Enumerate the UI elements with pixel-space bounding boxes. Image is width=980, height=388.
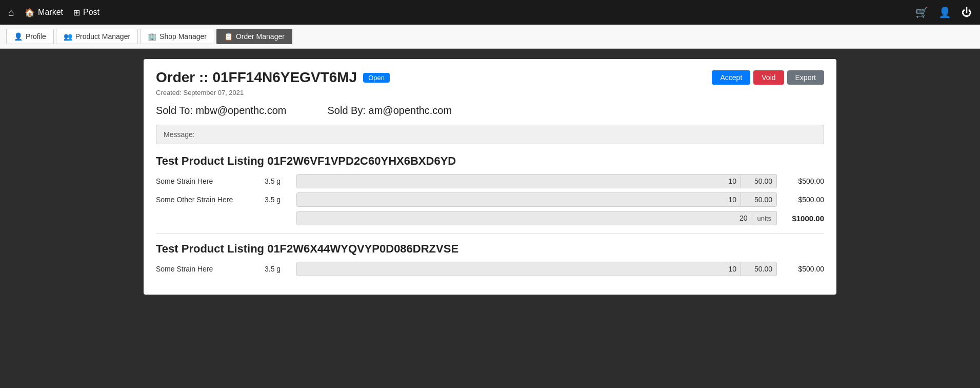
order-parties: Sold To: mbw@openthc.com Sold By: am@ope… [156,105,824,117]
sold-by: Sold By: am@openthc.com [328,105,452,117]
price-input[interactable] [741,193,776,206]
tab-order-manager[interactable]: 📋 Order Manager [216,29,292,44]
product-section-1: Test Product Listing 01F2W6VF1VPD2C60YHX… [156,154,824,225]
home-nav-item[interactable]: ⌂ [8,7,14,18]
line-item-2-1: Some Strain Here 3.5 g $500.00 [156,262,824,276]
post-nav-item[interactable]: ⊞ Post [73,8,99,17]
home-icon: ⌂ [8,7,14,18]
order-created: Created: September 07, 2021 [156,89,824,96]
message-box: Message: [156,125,824,144]
line-item-total: $500.00 [783,196,824,204]
line-item-weight: 3.5 g [265,177,290,185]
main-content: Order :: 01FF14N6YEGVT6MJ Open Accept Vo… [0,49,980,305]
order-header: Order :: 01FF14N6YEGVT6MJ Open Accept Vo… [156,69,824,86]
qty-input[interactable] [297,262,741,276]
subtotal-total: $1000.00 [783,214,824,223]
order-title: Order :: 01FF14N6YEGVT6MJ [156,69,357,86]
line-item-total: $500.00 [783,265,824,273]
line-item-name: Some Other Strain Here [156,196,258,204]
product-listing-title-2: Test Product Listing 01F2W6X44WYQVYP0D08… [156,242,824,256]
market-label: Market [38,8,63,17]
price-input[interactable] [741,174,776,188]
product-listing-title-1: Test Product Listing 01F2W6VF1VPD2C60YHX… [156,154,824,168]
order-actions: Accept Void Export [712,70,824,85]
cart-icon[interactable]: 🛒 [915,6,928,18]
line-item-inputs [296,174,777,188]
shop-manager-icon: 🏢 [148,32,156,41]
profile-icon: 👤 [14,32,23,41]
tab-shop-manager[interactable]: 🏢 Shop Manager [140,29,214,44]
line-item-inputs [296,192,777,207]
power-icon[interactable]: ⏻ [962,7,972,18]
tab-profile[interactable]: 👤 Profile [6,29,54,44]
line-item-name: Some Strain Here [156,177,258,185]
line-item-1-1: Some Strain Here 3.5 g $500.00 [156,174,824,188]
qty-input[interactable] [297,174,741,188]
sold-to: Sold To: mbw@openthc.com [156,105,287,117]
message-label: Message: [164,130,195,139]
line-item-weight: 3.5 g [265,196,290,204]
product-section-2: Test Product Listing 01F2W6X44WYQVYP0D08… [156,234,824,276]
market-nav-item[interactable]: 🏠 Market [25,8,63,17]
post-label: Post [83,8,99,17]
user-icon[interactable]: 👤 [938,6,951,18]
export-button[interactable]: Export [787,70,824,85]
line-item-inputs [296,262,777,276]
order-manager-icon: 📋 [224,32,233,41]
status-badge: Open [363,73,390,83]
market-icon: 🏠 [25,8,35,17]
accept-button[interactable]: Accept [712,70,750,85]
line-item-1-2: Some Other Strain Here 3.5 g $500.00 [156,192,824,207]
line-item-total: $500.00 [783,177,824,185]
line-item-name: Some Strain Here [156,265,258,273]
post-icon: ⊞ [73,8,80,17]
subtotal-inputs: units [296,211,777,225]
line-item-weight: 3.5 g [265,265,290,273]
price-input[interactable] [741,262,776,276]
subtotal-row-1: units $1000.00 [156,211,824,225]
top-nav: ⌂ 🏠 Market ⊞ Post 🛒 👤 ⏻ [0,0,980,25]
order-card: Order :: 01FF14N6YEGVT6MJ Open Accept Vo… [144,59,836,295]
product-manager-icon: 👥 [64,32,72,41]
void-button[interactable]: Void [753,70,784,85]
tab-product-manager[interactable]: 👥 Product Manager [56,29,138,44]
subtotal-qty-input[interactable] [297,211,752,225]
qty-input[interactable] [297,193,741,206]
units-label: units [752,212,776,225]
tab-bar: 👤 Profile 👥 Product Manager 🏢 Shop Manag… [0,25,980,49]
